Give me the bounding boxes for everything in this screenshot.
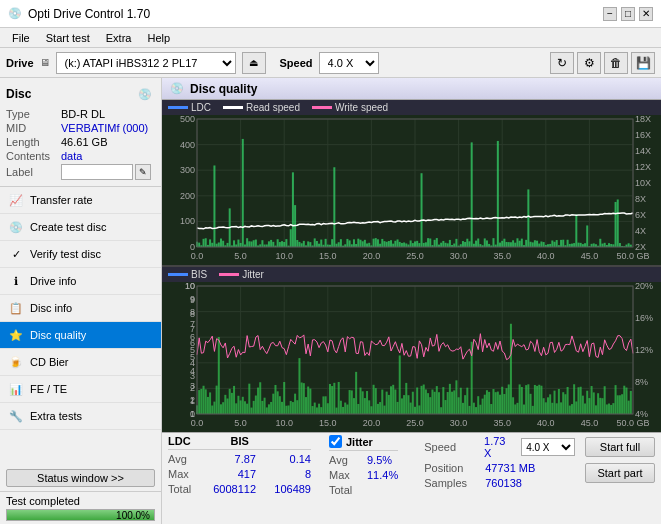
main-layout: Disc 💿 Type BD-R DL MID VERBATIMf (000) … xyxy=(0,78,661,524)
menu-help[interactable]: Help xyxy=(139,31,178,45)
disc-label-edit-button[interactable]: ✎ xyxy=(135,164,151,180)
disc-label-label: Label xyxy=(6,166,61,178)
write-speed-legend: Write speed xyxy=(312,102,388,113)
sidebar-item-fe-te[interactable]: 📊 FE / TE xyxy=(0,376,161,403)
minimize-button[interactable]: − xyxy=(603,7,617,21)
settings-button[interactable]: ⚙ xyxy=(577,52,601,74)
ldc-col-header: LDC xyxy=(168,435,191,447)
maximize-button[interactable]: □ xyxy=(621,7,635,21)
speed-info-value: 1.73 X xyxy=(484,435,515,459)
titlebar: 💿 Opti Drive Control 1.70 − □ ✕ xyxy=(0,0,661,28)
sidebar-item-create-test-disc[interactable]: 💿 Create test disc xyxy=(0,214,161,241)
disc-contents-row: Contents data xyxy=(6,150,155,162)
disc-mid-value: VERBATIMf (000) xyxy=(61,122,148,134)
max-jitter-label: Max xyxy=(329,469,367,481)
refresh-button[interactable]: ↻ xyxy=(550,52,574,74)
drive-select[interactable]: (k:) ATAPI iHBS312 2 PL17 xyxy=(56,52,236,74)
max-label: Max xyxy=(168,468,206,480)
position-row: Position 47731 MB xyxy=(424,462,575,474)
upper-chart-container: LDC Read speed Write speed xyxy=(162,100,661,265)
disc-info-label: Disc info xyxy=(30,302,72,314)
sidebar-item-disc-quality[interactable]: ⭐ Disc quality xyxy=(0,322,161,349)
menu-start-test[interactable]: Start test xyxy=(38,31,98,45)
avg-jitter-value: 9.5% xyxy=(367,454,392,466)
jitter-col-header: Jitter xyxy=(346,436,373,448)
disc-length-value: 46.61 GB xyxy=(61,136,107,148)
samples-value: 760138 xyxy=(485,477,522,489)
speed-select[interactable]: 4.0 X 1.0 X 2.0 X 8.0 X xyxy=(319,52,379,74)
avg-bis-value: 0.14 xyxy=(256,453,311,465)
speed-row: Speed 1.73 X 4.0 X 2.0 X 8.0 X xyxy=(424,435,575,459)
sidebar-item-extra-tests[interactable]: 🔧 Extra tests xyxy=(0,403,161,430)
lower-legend: BIS Jitter xyxy=(162,267,661,282)
erase-button[interactable]: 🗑 xyxy=(604,52,628,74)
menu-file[interactable]: File xyxy=(4,31,38,45)
sidebar-item-disc-info[interactable]: 📋 Disc info xyxy=(0,295,161,322)
disc-info-icon: 📋 xyxy=(8,300,24,316)
disc-type-label: Type xyxy=(6,108,61,120)
titlebar-controls[interactable]: − □ ✕ xyxy=(603,7,653,21)
disc-contents-label: Contents xyxy=(6,150,61,162)
speed-dropdown[interactable]: 4.0 X 2.0 X 8.0 X xyxy=(521,438,575,456)
extra-tests-icon: 🔧 xyxy=(8,408,24,424)
speed-position-info: Speed 1.73 X 4.0 X 2.0 X 8.0 X Position … xyxy=(424,435,575,489)
sidebar-item-transfer-rate[interactable]: 📈 Transfer rate xyxy=(0,187,161,214)
ldc-bis-stats: LDC BIS Avg 7.87 0.14 Max 417 8 Total 60… xyxy=(168,435,311,495)
speed-label: Speed xyxy=(280,57,313,69)
disc-section-icon: 💿 xyxy=(135,84,155,104)
max-bis-value: 8 xyxy=(256,468,311,480)
start-full-button[interactable]: Start full xyxy=(585,437,655,457)
stats-bar: LDC BIS Avg 7.87 0.14 Max 417 8 Total 60… xyxy=(162,432,661,524)
drive-label: Drive xyxy=(6,57,34,69)
total-jitter-label: Total xyxy=(329,484,367,496)
sidebar-item-drive-info[interactable]: ℹ Drive info xyxy=(0,268,161,295)
upper-legend: LDC Read speed Write speed xyxy=(162,100,661,115)
write-speed-legend-label: Write speed xyxy=(335,102,388,113)
status-text: Test completed xyxy=(6,495,155,507)
extra-tests-label: Extra tests xyxy=(30,410,82,422)
position-label: Position xyxy=(424,462,479,474)
close-button[interactable]: ✕ xyxy=(639,7,653,21)
disc-mid-label: MID xyxy=(6,122,61,134)
upper-chart xyxy=(162,115,661,265)
nav-list: 📈 Transfer rate 💿 Create test disc ✓ Ver… xyxy=(0,187,161,465)
content-area: 💿 Disc quality LDC Read speed xyxy=(162,78,661,524)
total-jitter-row: Total xyxy=(329,484,398,496)
sidebar: Disc 💿 Type BD-R DL MID VERBATIMf (000) … xyxy=(0,78,162,524)
position-value: 47731 MB xyxy=(485,462,535,474)
create-test-disc-icon: 💿 xyxy=(8,219,24,235)
max-jitter-row: Max 11.4% xyxy=(329,469,398,481)
jitter-checkbox[interactable] xyxy=(329,435,342,448)
drive-info-icon: ℹ xyxy=(8,273,24,289)
toolbar-icons: ↻ ⚙ 🗑 💾 xyxy=(550,52,655,74)
status-window-button[interactable]: Status window >> xyxy=(6,469,155,487)
progress-bar: 100.0% xyxy=(6,509,155,521)
disc-length-row: Length 46.61 GB xyxy=(6,136,155,148)
bis-legend-label: BIS xyxy=(191,269,207,280)
ldc-bis-header: LDC BIS xyxy=(168,435,311,450)
max-jitter-value: 11.4% xyxy=(367,469,398,481)
avg-jitter-row: Avg 9.5% xyxy=(329,454,398,466)
verify-test-disc-icon: ✓ xyxy=(8,246,24,262)
sidebar-item-verify-test-disc[interactable]: ✓ Verify test disc xyxy=(0,241,161,268)
start-part-button[interactable]: Start part xyxy=(585,463,655,483)
eject-button[interactable]: ⏏ xyxy=(242,52,266,74)
save-button[interactable]: 💾 xyxy=(631,52,655,74)
transfer-rate-icon: 📈 xyxy=(8,192,24,208)
start-buttons: Start full Start part xyxy=(585,435,655,483)
sidebar-item-cd-bier[interactable]: 🍺 CD Bier xyxy=(0,349,161,376)
disc-quality-title: Disc quality xyxy=(190,82,257,96)
drive-info-label: Drive info xyxy=(30,275,76,287)
total-ldc-value: 6008112 xyxy=(206,483,256,495)
menu-extra[interactable]: Extra xyxy=(98,31,140,45)
jitter-legend-label: Jitter xyxy=(242,269,264,280)
speed-info-label: Speed xyxy=(424,441,478,453)
drive-icon: 🖥 xyxy=(40,57,50,68)
total-label: Total xyxy=(168,483,206,495)
disc-quality-label: Disc quality xyxy=(30,329,86,341)
max-row: Max 417 8 xyxy=(168,468,311,480)
drive-toolbar: Drive 🖥 (k:) ATAPI iHBS312 2 PL17 ⏏ Spee… xyxy=(0,48,661,78)
fe-te-label: FE / TE xyxy=(30,383,67,395)
avg-ldc-value: 7.87 xyxy=(206,453,256,465)
disc-label-input[interactable] xyxy=(61,164,133,180)
